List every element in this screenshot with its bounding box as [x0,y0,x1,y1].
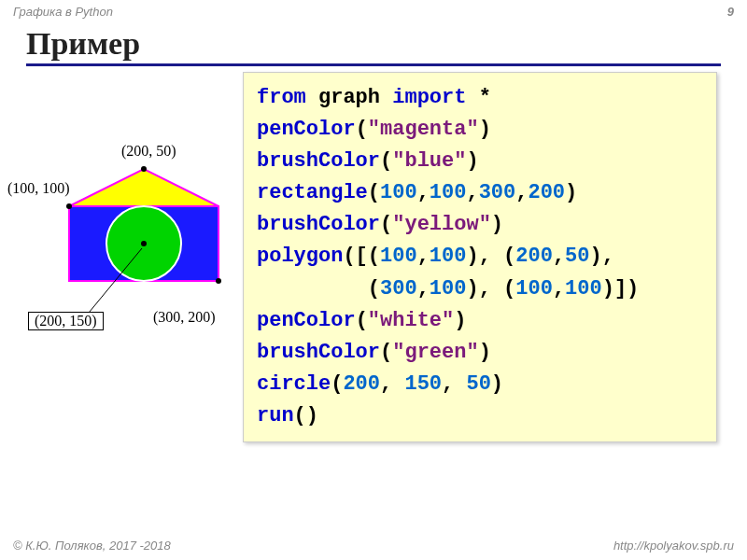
p: , [553,277,565,301]
label-p1: (200, 50) [121,143,176,160]
title-wrap: Пример [0,22,747,66]
p: ) [479,341,491,364]
p: ([( [343,245,380,268]
n: 50 [466,372,490,396]
n: 100 [515,277,553,301]
code-block: from graph import * penColor("magenta") … [243,72,717,442]
n: 100 [380,181,417,204]
p: , [380,372,404,396]
kw-from: from [257,86,306,109]
p: , [442,372,466,396]
house-figure: (200, 50) (100, 100) (300, 200) (200, 15… [22,122,265,365]
n: 100 [430,181,467,204]
p: ( [380,149,392,173]
p: ) [479,118,491,141]
p: () [294,404,318,427]
n: 50 [565,245,589,268]
n: 300 [479,181,516,204]
n: 200 [515,245,553,268]
fn-circle: circle [257,372,331,396]
fn-polygon: polygon [257,245,343,268]
p: ) [466,149,478,173]
p: ), ( [466,245,515,268]
n: 300 [380,277,417,301]
p: ) [565,181,577,204]
fn-run: run [257,404,294,427]
p: ( [356,118,368,141]
footer-copyright: © К.Ю. Поляков, 2017 -2018 [13,539,171,553]
content: (200, 50) (100, 100) (300, 200) (200, 15… [0,66,747,536]
header: Графика в Python 9 [0,0,747,22]
label-p2: (100, 100) [7,180,70,197]
footer: © К.Ю. Поляков, 2017 -2018 http://kpolya… [0,536,747,560]
p: )]) [602,277,640,301]
p: ), [589,245,613,268]
str-blue: "blue" [392,149,466,173]
n: 100 [430,245,467,268]
str-magenta: "magenta" [368,118,479,141]
p: ( [331,372,343,396]
kw-import: import [392,86,466,109]
p: , [515,181,528,204]
str-yellow: "yellow" [392,213,491,236]
p: , [466,181,478,204]
p: ( [380,213,392,236]
id-graph: graph [306,86,392,109]
fn-brushcolor-1: brushColor [257,149,380,173]
footer-url: http://kpolyakov.spb.ru [613,539,734,553]
page-title: Пример [26,26,721,66]
label-p3: (300, 200) [153,309,216,326]
fn-pencolor-1: penColor [257,118,356,141]
p: ) [454,309,466,332]
header-topic: Графика в Python [13,5,113,19]
fn-brushcolor-2: brushColor [257,213,380,236]
p: ) [491,213,503,236]
n: 100 [380,245,417,268]
p: ) [491,372,503,396]
p: ( [356,309,368,332]
p: ( [368,181,380,204]
p: , [417,181,430,204]
label-p4: (200, 150) [28,312,104,330]
str-white: "white" [368,309,454,332]
p: , [417,277,430,301]
n: 100 [430,277,467,301]
fn-brushcolor-3: brushColor [257,341,380,364]
fn-rectangle: rectangle [257,181,368,204]
n: 200 [343,372,380,396]
slide: Графика в Python 9 Пример (200, 5 [0,0,747,560]
p: ( [257,277,380,301]
str-green: "green" [392,341,478,364]
p: , [417,245,430,268]
n: 100 [565,277,602,301]
p: ), ( [466,277,515,301]
n: 200 [528,181,565,204]
svg-marker-1 [69,169,218,206]
op-star: * [466,86,490,109]
p: ( [380,341,392,364]
p: , [553,245,565,268]
fn-pencolor-2: penColor [257,309,356,332]
page-number: 9 [727,5,734,19]
n: 150 [404,372,442,396]
